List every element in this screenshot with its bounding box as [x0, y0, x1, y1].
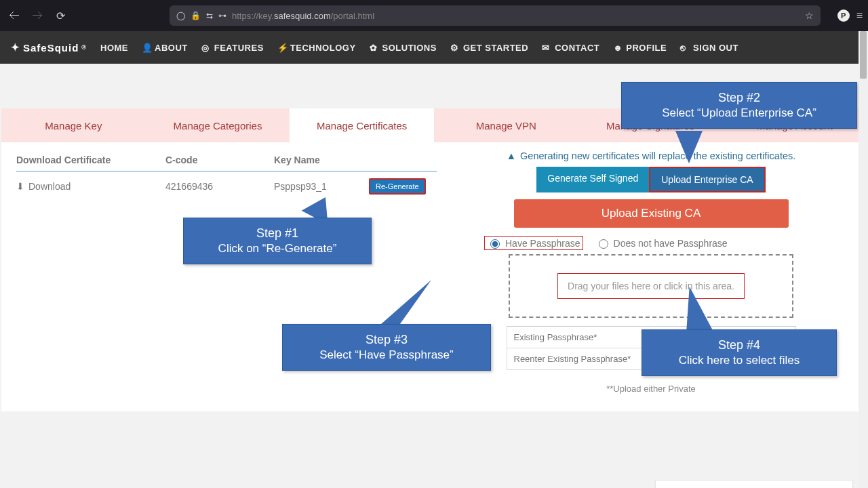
- signout-icon: ⎋: [680, 43, 690, 52]
- lock-icon: 🔒: [191, 11, 201, 20]
- profile-avatar-icon[interactable]: P: [837, 9, 850, 22]
- profile-icon: ☻: [613, 43, 623, 52]
- nav-profile[interactable]: ☻PROFILE: [613, 43, 667, 53]
- nav-solutions[interactable]: ✿SOLUTIONS: [370, 43, 437, 53]
- upload-hint: **Upload either Private: [606, 384, 696, 394]
- tab-manage-key[interactable]: Manage Key: [1, 108, 146, 142]
- nav-home[interactable]: HOME: [100, 43, 128, 53]
- callout-2-arrow: [675, 131, 703, 163]
- upload-existing-ca-button[interactable]: Upload Existing CA: [514, 199, 789, 228]
- callout-step-2: Step #2Select “Upload Enterprise CA”: [621, 82, 857, 129]
- radio-nohave-label: Does not have Passphrase: [614, 238, 728, 249]
- puzzle-icon: ✿: [370, 43, 379, 52]
- user-icon: 👤: [142, 43, 151, 52]
- url-text: https://key.safesquid.com/portal.html: [232, 11, 374, 21]
- gears-icon: ⚙: [450, 43, 460, 52]
- table-row: ⬇ Download 421669436 Psppsp93_1 Re-Gener…: [16, 171, 437, 201]
- url-bar[interactable]: ◯ 🔒 ⇆ ⊶ https://key.safesquid.com/portal…: [170, 5, 821, 26]
- regenerate-button[interactable]: Re-Generate: [369, 178, 426, 195]
- bookmark-star-icon[interactable]: ☆: [805, 10, 814, 21]
- download-icon: ⬇: [16, 181, 24, 192]
- callout-step-1: Step #1Click on “Re-Generate”: [183, 218, 372, 264]
- keyname-value: Psppsp93_1: [274, 181, 369, 192]
- callout-step-3: Step #3Select “Have Passphrase”: [282, 324, 491, 371]
- radio-have-passphrase[interactable]: Have Passphrase: [484, 236, 583, 250]
- nav-technology[interactable]: ⚡TECHNOLOGY: [277, 43, 356, 53]
- radio-no-passphrase[interactable]: Does not have Passphrase: [595, 237, 728, 249]
- radio-nohave-input[interactable]: [599, 239, 608, 249]
- callout-step-4: Step #4Click here to select files: [642, 329, 837, 376]
- nav-about[interactable]: 👤ABOUT: [142, 43, 188, 53]
- tab-manage-certificates[interactable]: Manage Certificates: [290, 108, 434, 142]
- col-download: Download Certificate: [16, 155, 165, 165]
- warning-icon: ▲: [507, 150, 516, 161]
- download-link[interactable]: ⬇ Download: [16, 181, 165, 192]
- generate-self-signed-button[interactable]: Generate Self Signed: [536, 167, 649, 192]
- radio-have-input[interactable]: [490, 239, 500, 249]
- upload-enterprise-ca-button[interactable]: Upload Enterprise CA: [649, 167, 765, 192]
- site-navbar: ✦ SafeSquid® HOME 👤ABOUT ◎FEATURES ⚡TECH…: [0, 31, 868, 64]
- menu-icon[interactable]: ≡: [856, 9, 863, 22]
- radio-have-label: Have Passphrase: [505, 238, 580, 249]
- target-icon: ◎: [201, 43, 211, 52]
- bolt-icon: ⚡: [277, 43, 287, 52]
- drop-text: Drag your files here or click in this ar…: [557, 273, 745, 299]
- scrollbar-thumb[interactable]: [860, 31, 867, 79]
- tab-manage-vpn[interactable]: Manage VPN: [434, 108, 578, 142]
- key-icon: ⊶: [218, 11, 226, 20]
- back-button[interactable]: 🡠: [5, 7, 23, 24]
- browser-toolbar: 🡠 🡢 ⟳ ◯ 🔒 ⇆ ⊶ https://key.safesquid.com/…: [0, 0, 868, 31]
- tab-manage-categories[interactable]: Manage Categories: [146, 108, 290, 142]
- brand-text: SafeSquid: [23, 42, 79, 54]
- nav-getstarted[interactable]: ⚙GET STARTED: [450, 43, 528, 53]
- permissions-icon: ⇆: [206, 11, 213, 20]
- brand-logo[interactable]: ✦ SafeSquid®: [11, 41, 87, 54]
- col-ccode: C-code: [165, 155, 274, 165]
- forward-button[interactable]: 🡢: [28, 7, 46, 24]
- nav-features[interactable]: ◎FEATURES: [201, 43, 264, 53]
- scrollbar[interactable]: [859, 31, 868, 488]
- nav-contact[interactable]: ✉CONTACT: [542, 43, 599, 53]
- logo-icon: ✦: [11, 41, 20, 54]
- mail-icon: ✉: [542, 43, 551, 52]
- file-drop-area[interactable]: Drag your files here or click in this ar…: [509, 254, 793, 318]
- nav-signout[interactable]: ⎋SIGN OUT: [680, 43, 738, 53]
- reload-button[interactable]: ⟳: [52, 7, 69, 24]
- download-iso-link[interactable]: ◉ Download latest ISO: [656, 481, 852, 488]
- shield-icon: ◯: [176, 11, 185, 20]
- ccode-value: 421669436: [165, 181, 274, 192]
- download-card: ◉ Download latest ISO ▤ Download latest …: [655, 480, 853, 488]
- col-keyname: Key Name: [274, 155, 369, 165]
- alert-text: ▲ Generating new certificates will repla…: [507, 150, 796, 161]
